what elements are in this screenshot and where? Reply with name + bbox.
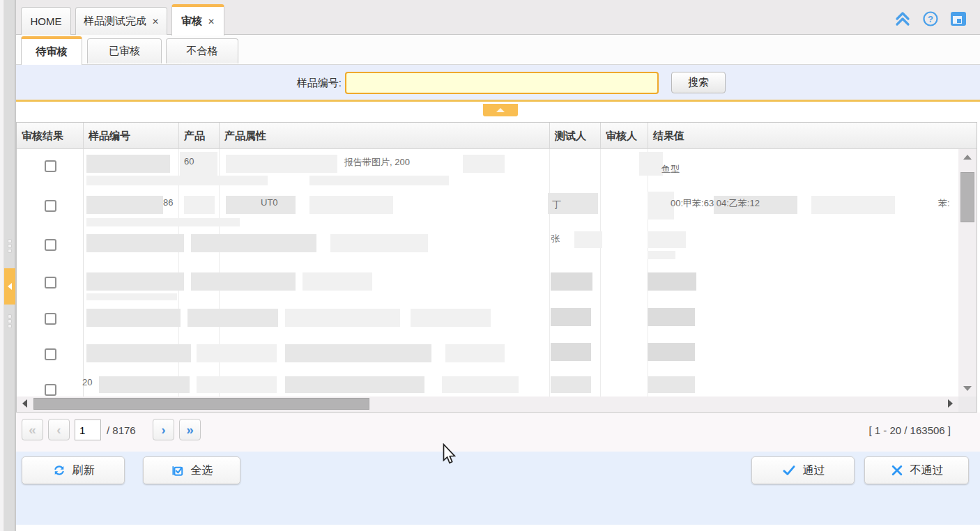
tab-sample-test-complete[interactable]: 样品测试完成 ✕ — [75, 7, 167, 35]
total-pages-label: / 8176 — [107, 424, 136, 436]
table-row[interactable]: 60报告带图片, 200鱼型 — [17, 149, 958, 187]
tab-review[interactable]: 审核 ✕ — [171, 4, 224, 36]
row-checkbox[interactable] — [45, 313, 56, 325]
column-header-6[interactable]: 结果值 — [648, 123, 977, 149]
horizontal-scroll-thumb[interactable] — [33, 398, 369, 410]
redacted-block — [648, 251, 675, 259]
redacted-block — [86, 272, 184, 291]
horizontal-scrollbar[interactable] — [17, 397, 958, 412]
left-splitter-rail[interactable] — [4, 0, 15, 531]
redacted-block — [648, 272, 696, 291]
row-checkbox[interactable] — [45, 239, 56, 251]
tab-home[interactable]: HOME — [21, 7, 71, 35]
search-panel: 样品编号: 搜索 — [16, 65, 980, 102]
close-icon[interactable]: ✕ — [208, 17, 215, 26]
redacted-block — [648, 343, 695, 361]
scroll-right-arrow[interactable] — [948, 399, 953, 408]
redacted-block — [463, 155, 505, 173]
subtab-reviewed[interactable]: 已审核 — [87, 38, 162, 63]
redacted-block — [648, 308, 695, 326]
redacted-block — [184, 196, 215, 214]
grid-body: 60报告带图片, 200鱼型86UT0丁00:甲苯:63 04:乙苯:12苯:张… — [17, 149, 958, 397]
last-page-button[interactable]: » — [179, 419, 201, 440]
redacted-block — [574, 231, 602, 248]
redacted-block — [309, 176, 449, 185]
collapse-up-icon[interactable] — [894, 10, 912, 28]
vertical-scroll-thumb[interactable] — [960, 172, 974, 222]
cell-text-fragment: 丁 — [552, 199, 561, 211]
redacted-block — [648, 231, 686, 248]
column-header-2[interactable]: 产品 — [178, 123, 219, 149]
grid-header: 审核结果样品编号产品产品属性测试人审核人结果值 — [17, 123, 977, 149]
prev-page-button[interactable]: ‹ — [48, 419, 70, 440]
redacted-block — [197, 376, 277, 393]
row-checkbox[interactable] — [45, 384, 56, 396]
next-page-button[interactable]: › — [153, 419, 174, 440]
calendar-icon[interactable] — [949, 10, 967, 28]
cell-text-fragment: 20 — [82, 377, 92, 387]
row-checkbox[interactable] — [45, 160, 56, 172]
redacted-block — [226, 155, 337, 173]
bottom-toolbar: 刷新 全选 通过 不通过 — [16, 452, 980, 525]
subtab-pending-review[interactable]: 待审核 — [21, 36, 82, 65]
refresh-icon — [52, 463, 66, 477]
redacted-block — [86, 176, 268, 185]
data-grid: 审核结果样品编号产品产品属性测试人审核人结果值 60报告带图片, 200鱼型86… — [16, 122, 977, 413]
column-header-4[interactable]: 测试人 — [549, 123, 600, 149]
scrollbar-corner — [958, 397, 977, 412]
button-label: 不通过 — [910, 463, 944, 478]
subtab-unqualified[interactable]: 不合格 — [166, 38, 238, 63]
redacted-block — [191, 272, 296, 291]
collapse-sidebar-handle[interactable] — [4, 268, 15, 305]
redacted-block — [86, 218, 240, 226]
cell-text-fragment: 鱼型 — [661, 163, 680, 176]
sub-tab-bar: 待审核 已审核 不合格 — [16, 35, 980, 65]
help-icon[interactable]: ? — [921, 10, 940, 28]
pass-button[interactable]: 通过 — [751, 456, 855, 484]
table-row[interactable] — [17, 266, 958, 302]
redacted-block — [811, 196, 895, 214]
search-button[interactable]: 搜索 — [671, 72, 726, 93]
cell-text-fragment: 60 — [184, 156, 194, 167]
row-checkbox[interactable] — [45, 277, 56, 288]
scroll-down-arrow[interactable] — [963, 386, 972, 391]
subtab-label: 不合格 — [187, 45, 218, 58]
page-number-input[interactable] — [75, 420, 101, 440]
row-checkbox[interactable] — [45, 348, 56, 360]
app-window: HOME 样品测试完成 ✕ 审核 ✕ ? 待审核 已审核 — [0, 0, 980, 531]
redacted-block — [99, 376, 190, 393]
column-header-3[interactable]: 产品属性 — [219, 123, 549, 149]
first-page-button[interactable]: « — [22, 419, 43, 440]
check-icon — [781, 463, 797, 477]
scroll-left-arrow[interactable] — [22, 399, 27, 408]
refresh-button[interactable]: 刷新 — [22, 456, 125, 484]
vertical-scrollbar[interactable] — [958, 149, 977, 397]
sample-number-input[interactable] — [345, 72, 659, 94]
table-row[interactable]: 86UT0丁00:甲苯:63 04:乙苯:12苯: — [17, 187, 958, 227]
table-row[interactable] — [17, 338, 958, 373]
close-icon[interactable]: ✕ — [152, 17, 159, 26]
cell-text-fragment: UT0 — [261, 197, 278, 208]
scroll-up-arrow[interactable] — [963, 155, 972, 160]
collapse-search-panel-handle[interactable] — [483, 104, 518, 116]
table-row[interactable]: 20 — [17, 373, 958, 397]
redacted-block — [191, 234, 316, 252]
cell-text-fragment: 张 — [551, 233, 560, 245]
redacted-block — [551, 376, 591, 393]
redacted-block — [303, 272, 372, 291]
cell-text-fragment: 86 — [163, 197, 173, 208]
redacted-block — [187, 309, 278, 327]
column-header-1[interactable]: 样品编号 — [83, 123, 178, 149]
redacted-block — [411, 309, 491, 327]
fail-button[interactable]: 不通过 — [864, 456, 969, 484]
table-row[interactable]: 张 — [17, 227, 958, 266]
table-row[interactable] — [17, 302, 958, 338]
select-all-button[interactable]: 全选 — [143, 456, 240, 484]
column-header-5[interactable]: 审核人 — [600, 123, 648, 149]
redacted-block — [330, 234, 428, 252]
row-checkbox[interactable] — [45, 200, 56, 212]
record-range-label: [ 1 - 20 / 163506 ] — [868, 424, 951, 436]
column-header-0[interactable]: 审核结果 — [17, 123, 83, 149]
redacted-block — [551, 308, 591, 326]
redacted-block — [285, 376, 424, 393]
